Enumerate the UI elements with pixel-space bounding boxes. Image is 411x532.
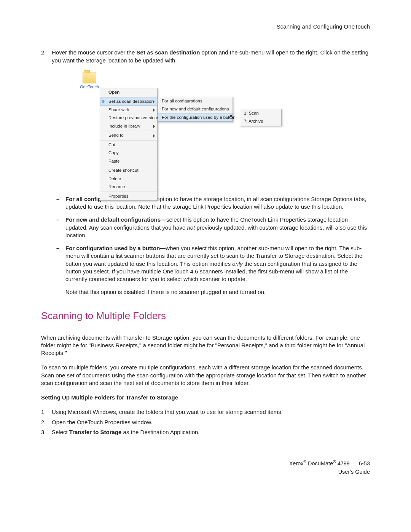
chevron-right-icon xyxy=(153,125,155,128)
t: Select xyxy=(52,429,69,435)
bi: not xyxy=(187,224,195,231)
submenu-all-configs[interactable]: For all configurations xyxy=(158,97,233,105)
step-2: 2. Hover the mouse cursor over the Set a… xyxy=(41,49,370,64)
step-number: 2. xyxy=(41,49,52,64)
mouse-cursor-icon: ↖ xyxy=(229,113,234,120)
list-item: 1. Using Microsoft Windows, create the f… xyxy=(41,408,370,416)
scan-dest-icon: ⚙ xyxy=(102,99,107,104)
bt: For new and default configurations— xyxy=(65,216,166,223)
sub-menu-configs: For all configurations For new and defau… xyxy=(158,97,233,122)
lbl: Set as scan destination xyxy=(108,99,154,104)
folder-icon xyxy=(83,72,96,83)
t-bold: Set as scan destination xyxy=(137,49,200,56)
submenu-btn-archive[interactable]: 7: Archive xyxy=(240,117,281,126)
dash: – xyxy=(56,216,65,239)
list-item: 3. Select Transfer to Storage as the Des… xyxy=(41,428,370,436)
reg-icon: ® xyxy=(304,460,306,464)
num: 2. xyxy=(41,419,52,426)
dash: – xyxy=(56,244,65,283)
f1c: 4799 xyxy=(336,460,350,466)
paragraph: When archiving documents with Transfer t… xyxy=(41,334,370,357)
menu-include-library[interactable]: Include in library xyxy=(100,122,157,131)
paragraph: To scan to multiple folders, you create … xyxy=(41,364,370,387)
submenu-btn-scan[interactable]: 1: Scan xyxy=(240,109,281,118)
bullet-text: For configuration used by a button—when … xyxy=(65,244,370,283)
screenshot-figure: OneTouch Open ⚙Set as scan destination S… xyxy=(79,72,370,186)
bullet-item: – For new and default configurations—sel… xyxy=(56,216,370,239)
lbl: For the configuration used by a button xyxy=(162,115,236,120)
chevron-right-icon xyxy=(153,100,155,103)
menu-send-to[interactable]: Send to xyxy=(100,131,157,141)
sub-menu-buttons: 1: Scan 7: Archive xyxy=(240,109,282,126)
txt: Open the OneTouch Properties window. xyxy=(52,419,370,426)
f1b: DocuMate xyxy=(306,460,333,466)
num: 1. xyxy=(41,408,52,416)
folder-item[interactable]: OneTouch xyxy=(79,72,100,90)
menu-paste[interactable]: Paste xyxy=(100,157,157,166)
list-item: 2. Open the OneTouch Properties window. xyxy=(41,419,370,426)
txt: Using Microsoft Windows, create the fold… xyxy=(52,408,370,416)
bt: For configuration used by a button— xyxy=(65,245,166,251)
bi: only xyxy=(232,260,243,267)
menu-set-scan-dest[interactable]: ⚙Set as scan destination xyxy=(100,97,157,106)
page-number: 6-53 xyxy=(359,460,370,468)
dash: – xyxy=(56,195,65,211)
footer-line2: User's Guide xyxy=(41,468,370,476)
bullet-text: For new and default configurations—selec… xyxy=(65,216,370,239)
ordered-list: 1. Using Microsoft Windows, create the f… xyxy=(41,408,370,436)
step-text: Hover the mouse cursor over the Set as s… xyxy=(52,49,370,64)
note-text: Note that this option is disabled if the… xyxy=(65,288,370,296)
tb: Transfer to Storage xyxy=(69,429,122,435)
num: 3. xyxy=(41,428,52,436)
txt: Select Transfer to Storage as the Destin… xyxy=(52,428,370,436)
lbl: Send to xyxy=(108,133,124,137)
submenu-by-button[interactable]: For the configuration used by a button xyxy=(158,113,233,122)
reg-icon: ® xyxy=(333,460,336,464)
menu-rename[interactable]: Rename xyxy=(100,183,157,192)
page-footer: Xerox® DocuMate® 4799 6-53 User's Guide xyxy=(41,459,370,476)
chevron-right-icon xyxy=(153,109,155,112)
section-heading: Scanning to Multiple Folders xyxy=(41,309,370,323)
menu-restore[interactable]: Restore previous versions xyxy=(100,114,157,122)
menu-open[interactable]: Open xyxy=(100,88,157,97)
sub-heading: Setting Up Multiple Folders for Transfer… xyxy=(41,394,370,401)
chevron-right-icon xyxy=(153,134,155,137)
menu-create-shortcut[interactable]: Create shortcut xyxy=(100,166,157,175)
lbl: Include in library xyxy=(108,124,140,128)
lbl: Share with xyxy=(108,107,129,112)
t: as the Destination Application. xyxy=(121,429,199,435)
menu-properties[interactable]: Properties xyxy=(100,192,157,201)
context-menu: Open ⚙Set as scan destination Share with… xyxy=(100,88,158,201)
page-header: Scanning and Configuring OneTouch xyxy=(41,23,370,30)
menu-cut[interactable]: Cut xyxy=(100,141,157,149)
menu-delete[interactable]: Delete xyxy=(100,175,157,183)
f1a: Xerox xyxy=(289,460,304,466)
menu-share-with[interactable]: Share with xyxy=(100,106,157,114)
folder-label: OneTouch xyxy=(79,84,100,90)
menu-copy[interactable]: Copy xyxy=(100,149,157,157)
submenu-new-default[interactable]: For new and default configurations xyxy=(158,105,233,113)
bullet-item: – For configuration used by a button—whe… xyxy=(56,244,370,283)
t: Hover the mouse cursor over the xyxy=(52,49,137,56)
